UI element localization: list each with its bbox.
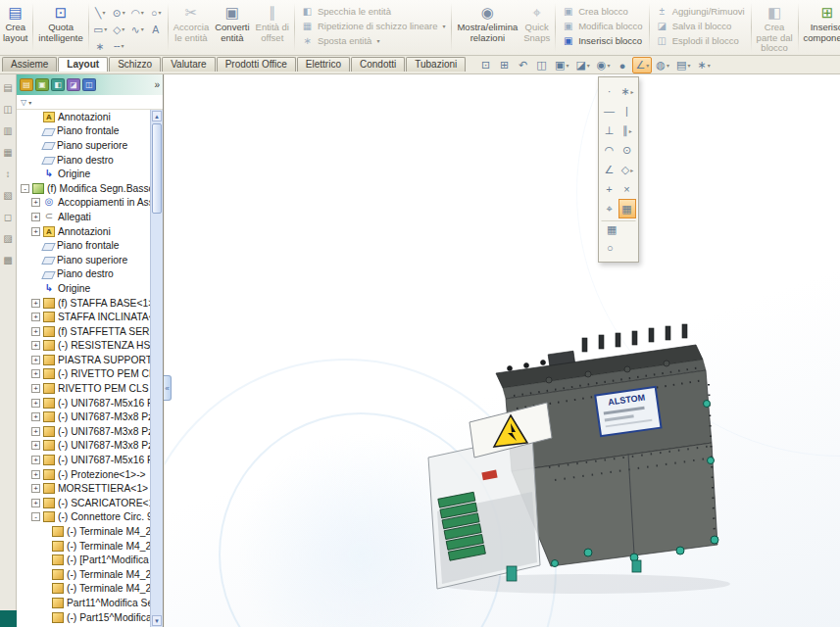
rectangle-tool[interactable]: ▭▾ xyxy=(91,21,110,37)
tree-expander[interactable]: + xyxy=(31,299,40,308)
polygon-tool[interactable]: ◇▾ xyxy=(110,21,128,37)
scroll-down-arrow[interactable]: ▼ xyxy=(152,615,162,626)
tree-item[interactable]: + A Annotazioni xyxy=(17,224,151,239)
tree-item[interactable]: Piano superiore xyxy=(17,253,151,267)
view-orientation-button[interactable]: ▣▾ xyxy=(552,57,571,73)
tab-tubazioni[interactable]: Tubazioni xyxy=(406,57,466,72)
edit-block-button[interactable]: ▣Modifica blocco xyxy=(562,21,642,31)
add-remove-entities-button[interactable]: ±Aggiungi/Rimuovi xyxy=(656,6,745,17)
tree-item[interactable]: + (-) UNI7687-M5x16 Pz xyxy=(17,396,151,410)
snap-vertical[interactable]: | xyxy=(618,101,636,121)
explode-block-button[interactable]: ◫Esplodi il blocco xyxy=(656,35,745,46)
sketch-snaps-button[interactable]: ∠▾ xyxy=(632,57,652,73)
tree-scrollbar[interactable]: ▲ ▼ xyxy=(150,110,163,627)
arc-tool[interactable]: ◠▾ xyxy=(128,4,147,21)
save-block-button[interactable]: ◪Salva il blocco xyxy=(656,21,745,31)
tree-expander[interactable]: + xyxy=(31,369,40,378)
left-tool-pan[interactable]: ↕ xyxy=(6,169,11,179)
point-tool[interactable]: ∗ xyxy=(91,37,110,54)
tree-item[interactable]: + ⊂ Allegati xyxy=(17,210,151,224)
snap-points[interactable]: · xyxy=(601,81,618,101)
trim-entities-button[interactable]: ✂ Accorcia le entità xyxy=(171,0,212,55)
tree-item[interactable]: (-) Terminale M4_2<4: xyxy=(17,539,151,554)
tree-expander[interactable]: + xyxy=(31,227,40,236)
tree-expander[interactable]: + xyxy=(31,356,40,364)
tree-item[interactable]: + RIVETTO PEM CLS N xyxy=(17,381,151,396)
tree-item[interactable]: Piano frontale xyxy=(17,238,151,253)
insert-components-button[interactable]: ⊞ Inserisci componenti xyxy=(801,0,840,55)
make-block-button[interactable]: ▣Crea blocco xyxy=(562,6,642,17)
linear-sketch-pattern-button[interactable]: ▦Ripetizione di schizzo lineare▾ xyxy=(301,21,446,31)
tree-item[interactable]: + STAFFA INCLINATA<1 xyxy=(17,310,151,324)
edit-appearance-button[interactable]: ● xyxy=(614,57,631,73)
tab-valutare[interactable]: Valutare xyxy=(162,57,216,72)
insert-block-button[interactable]: ▣Inserisci blocco xyxy=(562,35,642,46)
tree-expander[interactable]: + xyxy=(31,341,40,350)
graphics-viewport[interactable]: ALSTOM xyxy=(165,74,840,627)
snap-perpendicular[interactable]: ⊥ xyxy=(601,121,618,140)
propertymanager-tab[interactable]: ▣ xyxy=(35,78,49,91)
ellipse-tool[interactable]: ○▾ xyxy=(147,4,166,21)
snap-angle[interactable]: ∠ xyxy=(601,160,618,179)
tree-item[interactable]: + (-) RIVETTO PEM CLS xyxy=(17,367,151,382)
tree-item[interactable]: + MORSETTIERA<1> xyxy=(17,481,151,496)
tab-elettrico[interactable]: Elettrico xyxy=(297,57,350,72)
tree-item[interactable]: Piano frontale xyxy=(17,124,151,139)
section-view-button[interactable]: ◫ xyxy=(533,57,551,73)
smart-dimension-button[interactable]: ⊡ Quota intelligente xyxy=(35,0,85,55)
tree-item[interactable]: (-) Terminale M4_2<1: xyxy=(17,582,151,597)
configurationmanager-tab[interactable]: ◧ xyxy=(51,78,65,91)
display-delete-relations-button[interactable]: ◉ Mostra/elimina relazioni xyxy=(454,0,520,55)
snap-tangent[interactable]: ◠ xyxy=(601,140,618,160)
apply-scene-button[interactable]: ◍▾ xyxy=(653,57,672,73)
circle-tool[interactable]: ⊙▾ xyxy=(110,4,128,21)
tree-item[interactable]: Piano destro xyxy=(17,153,151,168)
tree-expander[interactable]: + xyxy=(31,456,40,464)
zoom-to-fit-button[interactable]: ⊡ xyxy=(477,57,495,73)
tree-expander[interactable]: + xyxy=(31,313,40,321)
tab-assieme[interactable]: Assieme xyxy=(2,57,57,72)
tab-schizzo[interactable]: Schizzo xyxy=(109,57,161,72)
tree-item[interactable]: - (-) Connettore Circ. 9 xyxy=(17,510,151,525)
snap-center-points[interactable]: ∗▸ xyxy=(618,81,636,101)
tree-item[interactable]: + (-) UNI7687-M3x8 Pz< xyxy=(17,439,151,454)
panel-splitter-handle[interactable]: « xyxy=(164,375,172,401)
mirror-entities-button[interactable]: ◧Specchia le entità xyxy=(301,6,446,17)
tree-expander[interactable]: + xyxy=(31,399,40,408)
tree-expander[interactable]: + xyxy=(31,484,40,493)
left-tool-blank[interactable]: ◻ xyxy=(4,212,12,222)
left-tool-document[interactable]: ▤ xyxy=(3,82,12,93)
dimxpertmanager-tab[interactable]: ◪ xyxy=(67,78,80,91)
snap-midpoint[interactable]: ◇▸ xyxy=(618,160,636,179)
tree-expander[interactable]: + xyxy=(31,441,40,450)
tree-item[interactable]: Part11^Modifica Se xyxy=(17,596,151,610)
tree-item[interactable]: + ◎ Accoppiamenti in Asse xyxy=(17,196,151,211)
tab-condotti[interactable]: Condotti xyxy=(351,57,405,72)
tree-item[interactable]: (-) Part15^Modifica Se xyxy=(17,610,151,625)
tree-item[interactable]: ↳ Origine xyxy=(17,281,151,296)
zoom-to-area-button[interactable]: ⊞ xyxy=(496,57,514,73)
tree-item[interactable]: A Annotazioni xyxy=(17,110,151,124)
offset-entities-button[interactable]: ∥ Entità di offset xyxy=(253,0,292,55)
convert-entities-button[interactable]: ▣ Converti entità xyxy=(212,0,252,55)
tree-item[interactable]: + (-) SCARICATORE<1> xyxy=(17,496,151,510)
tree-expander[interactable]: + xyxy=(31,213,40,221)
tree-item[interactable]: + (f) STAFFETTA SERRA xyxy=(17,324,151,339)
snap-nearest[interactable]: × xyxy=(618,179,636,199)
line-tool[interactable]: ╲▾ xyxy=(91,4,110,21)
grid-settings[interactable]: ▦ xyxy=(601,220,636,238)
featuremanager-tab[interactable]: ▤ xyxy=(20,78,33,91)
left-tool-fill[interactable]: ▩ xyxy=(3,255,12,265)
tree-expander[interactable]: - xyxy=(31,512,40,521)
scroll-thumb[interactable] xyxy=(152,123,162,214)
tree-item[interactable]: + (-) UNI7687-M3x8 Pz< xyxy=(17,410,151,424)
tree-item[interactable]: (-) [Part1^Modifica Se xyxy=(17,553,151,567)
3d-model-assembly[interactable]: ALSTOM xyxy=(165,74,840,627)
tree-item[interactable]: + (-) Protezione<1>-> xyxy=(17,467,151,482)
left-tool-pattern[interactable]: ▨ xyxy=(3,233,12,244)
more-chevron[interactable]: » xyxy=(154,79,160,90)
left-tool-layers[interactable]: ▥ xyxy=(3,125,12,136)
tree-expander[interactable]: + xyxy=(31,327,40,336)
grid-snap-toggle[interactable]: ▦ xyxy=(618,199,636,218)
tree-expander[interactable]: + xyxy=(31,412,40,421)
